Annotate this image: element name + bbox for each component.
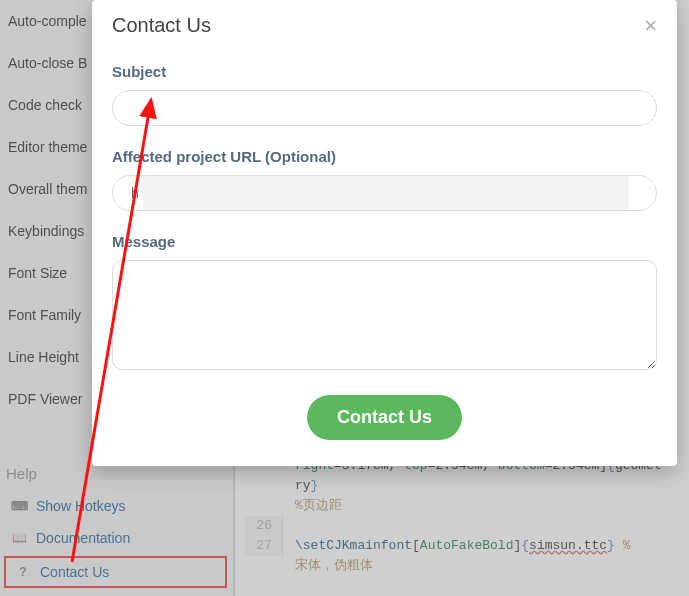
subject-input[interactable]: [112, 90, 657, 126]
message-textarea[interactable]: [112, 260, 657, 370]
project-url-input[interactable]: [112, 175, 657, 211]
contact-us-modal: Contact Us × Subject Affected project UR…: [92, 0, 677, 466]
modal-title: Contact Us: [112, 14, 211, 37]
subject-label: Subject: [112, 63, 657, 80]
message-label: Message: [112, 233, 657, 250]
contact-us-button[interactable]: Contact Us: [307, 395, 462, 440]
close-icon[interactable]: ×: [644, 15, 657, 37]
project-url-label: Affected project URL (Optional): [112, 148, 657, 165]
